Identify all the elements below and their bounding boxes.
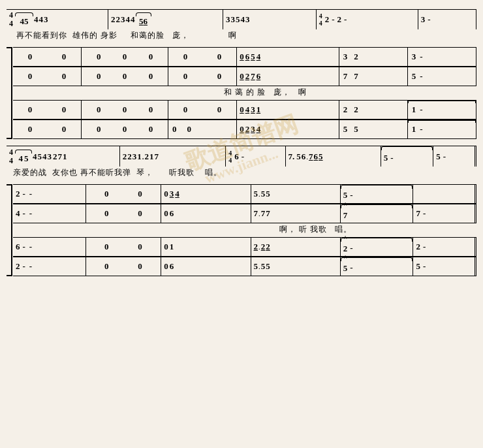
- lyric-row-2: 和 蔼 的 脸 庞， 啊: [13, 86, 476, 100]
- section-group-1: 0 0 0 0 0 0 0 0 6 5 4: [7, 47, 476, 139]
- lyric-row-4: 啊， 听 我歌 唱。: [13, 223, 476, 237]
- lyric-row-1: 再不能看到你 雄伟的 身影 和蔼的脸 庞， 啊: [7, 29, 476, 43]
- melody-row-1: 44 4 5 4 4 3 2 2 3 4 4: [7, 9, 476, 29]
- score-container: 歌道简谱网 www.jiann... 44 4 5 4 4 3: [0, 0, 483, 285]
- lyric-row-3: 亲爱的战 友你也 再不能听我弹 琴， 听我歌 唱。: [7, 167, 476, 180]
- section-group-2: 2 - - 0 0 0 3 4 5. 5: [7, 184, 476, 276]
- melody-row-2: 44 4 5 4 5 4 3 2 7 1 2 2 3 1. 2 1 7: [7, 146, 476, 167]
